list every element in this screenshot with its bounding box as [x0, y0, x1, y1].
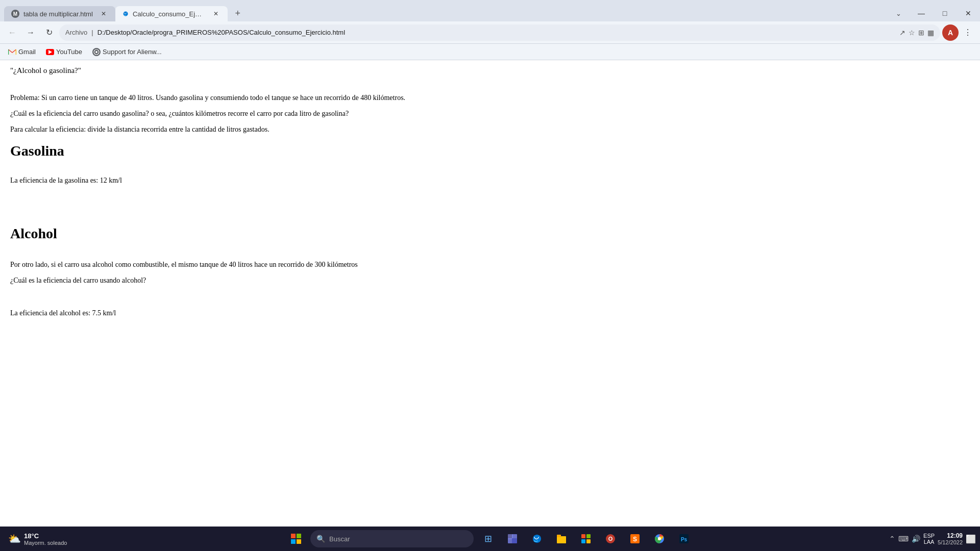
- support-label: Support for Alienw...: [103, 48, 162, 56]
- mail-icon: O: [605, 533, 616, 544]
- forward-button[interactable]: →: [22, 24, 39, 41]
- collections-icon[interactable]: ⊞: [918, 29, 924, 37]
- address-url: D:/Desktop/Oracle/progra_PRIMEROS%20PASO…: [97, 29, 895, 36]
- tab2-favicon: [122, 10, 129, 18]
- tab1-title: tabla de multiplicar.html: [23, 10, 93, 18]
- windows-logo-icon: [291, 534, 301, 544]
- new-tab-button[interactable]: +: [230, 5, 246, 21]
- notification-icon[interactable]: ⬜: [966, 534, 976, 544]
- back-button[interactable]: ←: [4, 24, 20, 41]
- share-icon[interactable]: ↗: [899, 29, 905, 37]
- question1-text: ¿Cuál es la eficiencia del carro usando …: [10, 108, 970, 119]
- address-separator: |: [91, 29, 93, 36]
- maximize-button[interactable]: □: [933, 5, 957, 21]
- search-icon: 🔍: [316, 535, 325, 543]
- taskbar-sublimetext[interactable]: S: [625, 529, 645, 549]
- tab-calculo[interactable]: Calculo_consumo_Ejercicio.html ✕: [115, 6, 228, 21]
- start-button[interactable]: [286, 529, 306, 549]
- taskbar-edge[interactable]: [527, 529, 547, 549]
- page-content: "¿Alcohol o gasolina?" Problema: Si un c…: [0, 60, 980, 527]
- taskbar-photoshop[interactable]: Ps: [674, 529, 694, 549]
- chevron-up-icon[interactable]: ⌃: [889, 535, 895, 543]
- page-title: "¿Alcohol o gasolina?": [10, 66, 970, 75]
- minimize-button[interactable]: —: [910, 5, 933, 21]
- gmail-icon: [8, 49, 16, 55]
- files-icon: [556, 533, 567, 544]
- gmail-label: Gmail: [18, 48, 36, 56]
- svg-rect-11: [581, 539, 585, 543]
- taskbar-chrome[interactable]: [649, 529, 670, 549]
- svg-rect-8: [557, 535, 561, 537]
- language-indicator[interactable]: ESP LAA: [923, 533, 935, 545]
- gasolina-heading: Gasolina: [10, 143, 970, 159]
- bookmark-youtube[interactable]: YouTube: [42, 46, 86, 57]
- support-icon: [92, 48, 101, 56]
- taskbar-mail[interactable]: O: [600, 529, 621, 549]
- alcohol-efficiency: La eficiencia del alcohol es: 7.5 km/l: [10, 309, 970, 317]
- youtube-icon: [46, 49, 54, 55]
- svg-text:Ps: Ps: [681, 537, 688, 542]
- weather-widget[interactable]: ⛅ 18°C Mayorm. soleado: [4, 531, 71, 547]
- speaker-icon[interactable]: 🔊: [912, 535, 920, 543]
- svg-rect-10: [586, 534, 591, 538]
- taskbar-store[interactable]: [576, 529, 596, 549]
- address-bar[interactable]: Archivo | D:/Desktop/Oracle/progra_PRIME…: [59, 24, 940, 41]
- edge-icon: [531, 533, 543, 544]
- address-protocol: Archivo: [65, 29, 87, 36]
- clock[interactable]: 12:09 5/12/2022: [938, 532, 963, 545]
- svg-rect-12: [586, 539, 591, 543]
- taskbar-files[interactable]: [551, 529, 572, 549]
- problem-text: Problema: Si un carro tiene un tanque de…: [10, 92, 970, 103]
- taskbar: ⛅ 18°C Mayorm. soleado 🔍 Busc: [0, 527, 980, 551]
- store-icon: [580, 533, 592, 544]
- weather-desc: Mayorm. soleado: [24, 540, 67, 546]
- profile-button[interactable]: A: [942, 24, 959, 41]
- lang-primary: ESP: [923, 533, 935, 539]
- teams-icon: [506, 533, 519, 545]
- taskbar-widgets[interactable]: ⊞: [478, 529, 498, 549]
- instruction-text: Para calcular la eficiencia: divide la d…: [10, 124, 970, 135]
- alcohol-question: ¿Cuál es la eficiencia del carro usando …: [10, 275, 970, 286]
- clock-date: 5/12/2022: [938, 539, 963, 545]
- taskbar-search[interactable]: 🔍 Buscar: [310, 530, 474, 547]
- svg-rect-9: [581, 534, 585, 538]
- svg-rect-7: [557, 536, 566, 543]
- close-button[interactable]: ✕: [957, 5, 980, 21]
- svg-point-2: [95, 51, 97, 53]
- lang-secondary: LAA: [923, 539, 935, 545]
- svg-point-19: [658, 537, 661, 540]
- tab2-title: Calculo_consumo_Ejercicio.html: [133, 10, 205, 18]
- alcohol-heading: Alcohol: [10, 226, 970, 242]
- tab-multiplicar[interactable]: M tabla de multiplicar.html ✕: [4, 6, 115, 21]
- chrome-icon: [654, 533, 665, 544]
- photoshop-icon: Ps: [678, 533, 690, 544]
- bookmark-support[interactable]: Support for Alienw...: [88, 46, 166, 58]
- sublimetext-icon: S: [629, 533, 641, 544]
- star-icon[interactable]: ☆: [909, 29, 915, 37]
- weather-temp: 18°C: [24, 532, 67, 540]
- svg-text:O: O: [608, 536, 613, 542]
- weather-icon: ⛅: [8, 533, 21, 545]
- clock-time: 12:09: [938, 532, 963, 539]
- keyboard-icon[interactable]: ⌨: [898, 535, 909, 543]
- alcohol-problem: Por otro lado, si el carro usa alcohol c…: [10, 259, 970, 270]
- bookmarks-bar: Gmail YouTube Support for Alienw...: [0, 44, 980, 60]
- refresh-button[interactable]: ↻: [41, 24, 57, 41]
- sidebar-icon[interactable]: ▦: [927, 29, 934, 37]
- gasolina-efficiency: La eficiencia de la gasolina es: 12 km/l: [10, 177, 970, 185]
- tab-list-button[interactable]: ⌄: [891, 7, 905, 19]
- youtube-label: YouTube: [56, 48, 82, 56]
- tab1-close[interactable]: ✕: [99, 9, 108, 18]
- taskbar-teams[interactable]: [502, 529, 523, 549]
- menu-button[interactable]: ⋮: [960, 24, 976, 41]
- search-placeholder: Buscar: [329, 535, 350, 543]
- bookmark-gmail[interactable]: Gmail: [4, 46, 40, 57]
- tab2-close[interactable]: ✕: [211, 9, 220, 18]
- svg-rect-6: [512, 538, 517, 543]
- tab1-favicon: M: [11, 10, 19, 18]
- system-tray: ⌃ ⌨ 🔊: [889, 535, 920, 543]
- youtube-play-icon: [48, 50, 52, 54]
- svg-text:S: S: [633, 536, 637, 543]
